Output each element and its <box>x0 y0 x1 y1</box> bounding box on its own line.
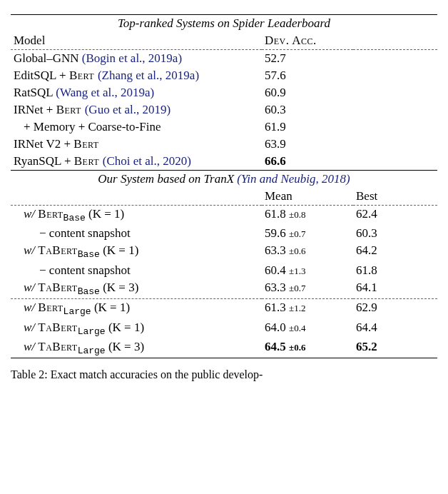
table-row: Global–GNN (Bogin et al., 2019a)52.7 <box>11 50 437 68</box>
table-row: RatSQL (Wang et al., 2019a)60.9 <box>11 84 437 101</box>
table-row: − content snapshot60.4 ±1.361.8 <box>11 262 437 279</box>
citation: (Guo et al., 2019) <box>85 103 170 116</box>
table-row: w/ TaBertBase (K = 3)63.3 ±0.764.1 <box>11 279 437 299</box>
table-row: IRNet V2 + Bert63.9 <box>11 136 437 153</box>
table-caption: Table 2: Exact match accuracies on the p… <box>11 368 437 381</box>
citation: (Zhang et al., 2019a) <box>98 69 199 82</box>
table-row: w/ TaBertLarge (K = 3)64.5 ±0.665.2 <box>11 338 437 358</box>
section2-header: Our System based on TranX (Yin and Neubi… <box>11 171 437 188</box>
citation: (Yin and Neubig, 2018) <box>237 172 350 186</box>
table-row: EditSQL + Bert (Zhang et al., 2019a)57.6 <box>11 67 437 84</box>
header-mean: Mean <box>262 188 353 206</box>
header-best: Best <box>353 188 437 206</box>
table-row: − content snapshot59.6 ±0.760.3 <box>11 225 437 242</box>
table-row: w/ BertLarge (K = 1)61.3 ±1.262.9 <box>11 299 437 319</box>
header-devacc: Dev. Acc. <box>262 32 437 50</box>
header-model: Model <box>11 32 262 50</box>
section1-header: Top-ranked Systems on Spider Leaderboard <box>11 15 437 33</box>
table-row: + Memory + Coarse-to-Fine61.9 <box>11 119 437 136</box>
citation: (Choi et al., 2020) <box>103 154 191 168</box>
table-row: IRNet + Bert (Guo et al., 2019)60.3 <box>11 101 437 119</box>
table-row: w/ BertBase (K = 1)61.8 ±0.862.4 <box>11 206 437 226</box>
header-row-2: Mean Best <box>11 188 437 206</box>
table-row: w/ TaBertLarge (K = 1)64.0 ±0.464.4 <box>11 319 437 338</box>
results-table: Top-ranked Systems on Spider Leaderboard… <box>11 14 437 358</box>
header-row-1: Model Dev. Acc. <box>11 32 437 50</box>
citation: (Wang et al., 2019a) <box>56 86 154 99</box>
table-row: RyanSQL + Bert (Choi et al., 2020)66.6 <box>11 153 437 171</box>
table-row: w/ TaBertBase (K = 1)63.3 ±0.664.2 <box>11 242 437 261</box>
citation: (Bogin et al., 2019a) <box>82 51 182 65</box>
